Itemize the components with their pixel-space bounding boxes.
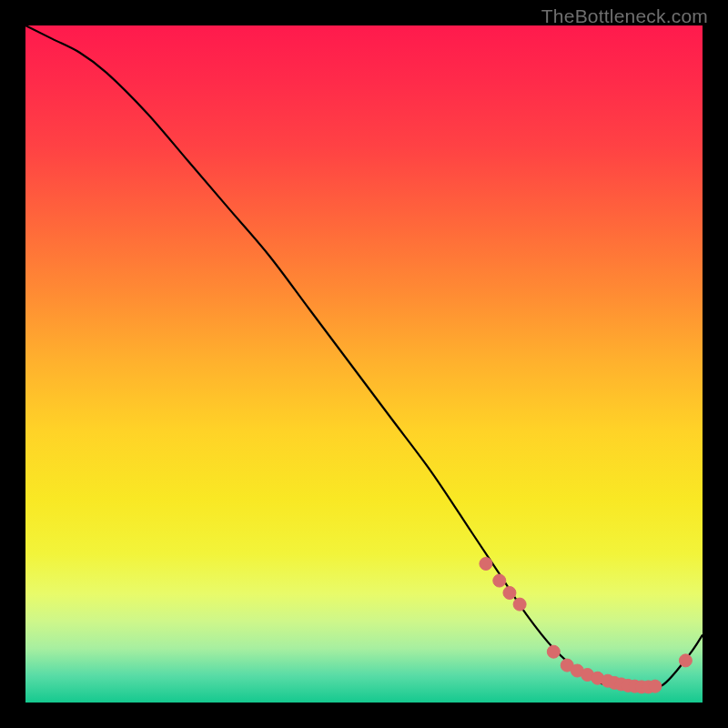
- highlight-dot: [547, 645, 560, 658]
- highlight-dot: [513, 598, 526, 611]
- watermark-text: TheBottleneck.com: [541, 5, 708, 27]
- plot-area: [25, 25, 703, 703]
- curve-layer: [25, 25, 703, 703]
- highlight-dot: [493, 574, 506, 587]
- highlight-dot: [503, 586, 516, 599]
- highlight-dots-group: [480, 557, 692, 693]
- bottleneck-curve: [25, 25, 703, 690]
- highlight-dot: [649, 680, 662, 693]
- chart-frame: TheBottleneck.com: [0, 0, 728, 728]
- highlight-dot: [679, 654, 692, 667]
- highlight-dot: [480, 557, 492, 570]
